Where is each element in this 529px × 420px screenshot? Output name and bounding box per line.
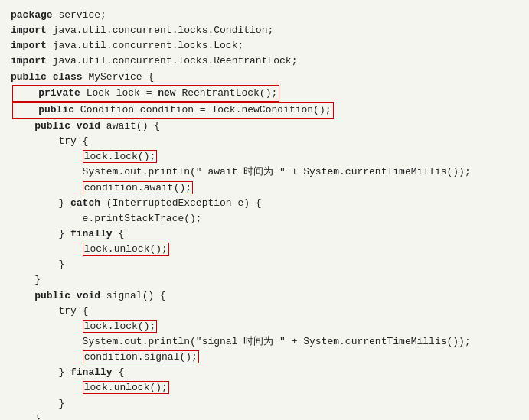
code-text: finally (70, 228, 113, 239)
code-text: } (11, 413, 41, 420)
code-text: Lock lock = (80, 87, 158, 99)
code-text (11, 290, 34, 301)
code-text (11, 243, 83, 255)
code-text: class (53, 71, 83, 83)
code-text: import (11, 24, 47, 36)
code-line: } catch (InterruptedException e) { (11, 196, 518, 211)
code-text: { (113, 228, 125, 239)
code-text: import (11, 40, 47, 51)
code-text: new (158, 87, 175, 99)
code-text: try { (11, 305, 88, 317)
code-text: await() { (100, 120, 160, 132)
code-text (11, 120, 34, 132)
code-container: package service;import java.util.concurr… (11, 8, 518, 420)
code-text: public (34, 120, 70, 132)
code-text: import (11, 55, 47, 67)
code-text (70, 290, 77, 301)
code-text: public (38, 104, 74, 116)
code-line: public void signal() { (11, 288, 518, 304)
code-line: } finally { (11, 226, 518, 242)
code-text (11, 151, 83, 162)
highlighted-code: lock.lock(); (83, 150, 158, 163)
highlighted-code: lock.unlock(); (83, 243, 169, 256)
code-text: service; (53, 9, 106, 21)
code-text: finally (70, 366, 113, 378)
code-text: Condition condition = lock.newCondition(… (74, 104, 331, 116)
code-line: } finally { (11, 365, 518, 380)
code-line: public void await() { (11, 119, 518, 134)
code-text: } (11, 197, 70, 209)
code-line: e.printStackTrace(); (11, 211, 518, 226)
highlighted-code: lock.lock(); (83, 320, 158, 333)
code-line: import java.util.concurrent.locks.Reentr… (11, 54, 518, 69)
code-line: } (11, 272, 518, 288)
code-text: e.printStackTrace(); (11, 213, 202, 224)
code-text: MyService { (83, 71, 155, 83)
code-text (47, 71, 53, 83)
code-text: ReentrantLock(); (176, 87, 278, 99)
code-line: package service; (11, 8, 518, 23)
code-text: (InterruptedException e) { (100, 197, 262, 209)
code-line: lock.lock(); (11, 319, 518, 334)
code-text: void (77, 290, 100, 301)
code-text: public (11, 71, 47, 83)
code-text: catch (70, 197, 100, 209)
code-line: condition.signal(); (11, 350, 518, 365)
code-line: public Condition condition = lock.newCon… (11, 102, 518, 119)
code-text: package (11, 9, 53, 21)
code-text (15, 104, 38, 116)
code-text (15, 87, 38, 99)
code-line: import java.util.concurrent.locks.Condit… (11, 23, 518, 38)
code-text: java.util.concurrent.locks.ReentrantLock… (47, 55, 298, 67)
code-line: System.out.println("signal 时间为 " + Syste… (11, 334, 518, 350)
code-text: { (113, 366, 125, 378)
code-text (11, 382, 83, 393)
code-line: lock.lock(); (11, 149, 518, 164)
code-text (70, 120, 77, 132)
highlighted-code: condition.signal(); (83, 350, 199, 363)
code-text: java.util.concurrent.locks.Condition; (47, 24, 273, 36)
code-line: try { (11, 304, 518, 319)
code-text: try { (11, 135, 88, 147)
code-line: public class MyService { (11, 70, 518, 85)
code-text (11, 351, 83, 363)
code-line: System.out.println(" await 时间为 " + Syste… (11, 164, 518, 180)
code-text: } (11, 274, 41, 285)
code-text (11, 182, 83, 194)
code-text: System.out.println("signal 时间为 " + Syste… (11, 336, 471, 347)
code-line: } (11, 396, 518, 412)
code-line: lock.unlock(); (11, 380, 518, 396)
highlighted-code: lock.unlock(); (83, 381, 169, 394)
code-text: public (34, 290, 70, 301)
code-line: private Lock lock = new ReentrantLock(); (11, 85, 518, 102)
code-text: System.out.println(" await 时间为 " + Syste… (11, 166, 471, 177)
code-text: private (38, 87, 80, 99)
code-text: void (77, 120, 100, 132)
code-line: try { (11, 134, 518, 149)
code-text (11, 321, 83, 332)
code-text: java.util.concurrent.locks.Lock; (47, 40, 243, 51)
code-line: lock.unlock(); (11, 242, 518, 257)
code-text: signal() { (100, 290, 166, 301)
code-text: } (11, 366, 70, 378)
highlighted-code: condition.await(); (83, 181, 193, 194)
code-line: import java.util.concurrent.locks.Lock; (11, 38, 518, 54)
code-line: } (11, 412, 518, 420)
code-text: } (11, 259, 64, 270)
code-line: condition.await(); (11, 181, 518, 196)
code-text: } (11, 398, 64, 409)
code-line: } (11, 257, 518, 272)
code-text: } (11, 228, 70, 239)
